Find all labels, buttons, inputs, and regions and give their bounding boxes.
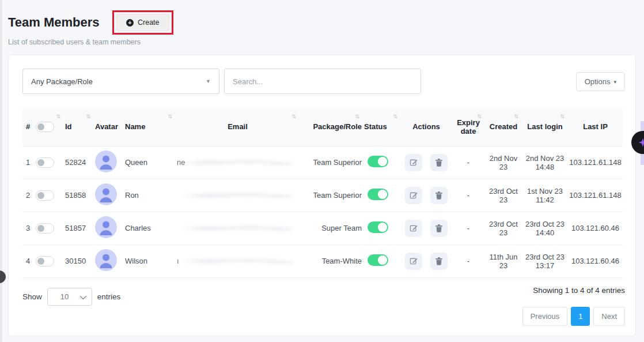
chevron-down-icon	[80, 292, 86, 299]
page-size-select[interactable]: 10	[47, 288, 92, 306]
column-header-email[interactable]: Email ⇅	[176, 108, 300, 146]
row-number: 4	[26, 257, 30, 265]
last-ip: 103.121.61.148	[568, 146, 623, 179]
previous-page-button[interactable]: Previous	[522, 307, 568, 326]
member-package-role: Super Team	[300, 212, 363, 245]
sort-icon[interactable]: ⇅	[291, 114, 296, 119]
avatar	[95, 183, 117, 205]
created-date: 23rd Oct 23	[485, 179, 522, 212]
column-header-last-ip: Last IP	[568, 108, 623, 146]
sort-icon[interactable]: ⇅	[477, 114, 482, 119]
edit-icon	[410, 158, 418, 167]
trash-icon	[435, 224, 443, 232]
sort-icon[interactable]: ⇅	[393, 114, 397, 119]
annotation-red-box: + Create	[112, 10, 173, 35]
members-card: Any Package/Role ▼ Options ▾ # ⇅	[8, 55, 636, 336]
member-email-redacted	[177, 184, 298, 207]
plus-circle-icon: +	[126, 19, 134, 27]
last-login: 2nd Nov 23 14:48	[522, 146, 568, 179]
row-select-toggle[interactable]	[36, 256, 54, 266]
page-size-control: Show 10 entries	[22, 288, 120, 306]
delete-button[interactable]	[430, 220, 448, 237]
sort-icon[interactable]: ⇅	[560, 114, 565, 119]
delete-button[interactable]	[430, 253, 448, 270]
member-email-redacted: ne	[177, 151, 298, 174]
select-caret-icon: ▼	[206, 78, 211, 84]
members-table: # ⇅ Id ⇅ Avatar Name ⇅ Email	[22, 108, 623, 278]
edit-button[interactable]	[405, 187, 422, 204]
package-role-select[interactable]: Any Package/Role ▼	[22, 69, 219, 94]
created-date: 23rd Oct 23	[485, 212, 522, 245]
create-button[interactable]: + Create	[116, 14, 169, 31]
sort-icon[interactable]: ⇅	[168, 114, 172, 119]
page-left-edge-strip	[0, 0, 2, 342]
next-page-button[interactable]: Next	[593, 307, 625, 326]
table-row: 2 51858 Ron Team Superior	[22, 179, 623, 212]
edit-button[interactable]	[405, 220, 422, 237]
column-header-avatar: Avatar	[94, 108, 124, 146]
column-header-num[interactable]: # ⇅	[22, 108, 64, 146]
search-input[interactable]	[224, 69, 421, 94]
last-ip: 103.121.60.46	[568, 245, 623, 277]
status-toggle[interactable]	[368, 221, 388, 233]
row-number: 3	[26, 224, 30, 232]
edit-icon	[410, 224, 418, 232]
trash-icon	[435, 191, 443, 200]
column-header-actions: Actions	[401, 108, 452, 146]
sort-icon[interactable]: ⇅	[514, 114, 518, 119]
trash-icon	[435, 158, 443, 167]
select-all-toggle[interactable]	[36, 122, 54, 132]
column-header-last-login[interactable]: Last login ⇅	[522, 108, 568, 146]
member-id: 51858	[64, 179, 94, 212]
member-id: 30150	[64, 245, 94, 277]
pagination: Previous 1 Next	[522, 307, 625, 326]
table-row: 4 30150 Wilson ı Team-White	[22, 245, 623, 277]
status-toggle[interactable]	[368, 254, 388, 266]
last-login: 23rd Oct 23 13:17	[522, 245, 568, 277]
row-select-toggle[interactable]	[36, 157, 54, 168]
page-size-value: 10	[60, 292, 69, 301]
showing-entries-text: Showing 1 to 4 of 4 entries	[533, 286, 625, 295]
person-icon	[95, 151, 117, 172]
column-header-created[interactable]: Created ⇅	[485, 108, 522, 146]
email-fragment: ı	[177, 257, 179, 265]
member-package-role: Team-White	[300, 245, 363, 277]
table-row: 1 52824 Queen ne Team Superior	[22, 146, 623, 179]
expiry-date: -	[452, 146, 485, 179]
column-header-id[interactable]: Id ⇅	[64, 108, 94, 146]
member-name: Queen	[124, 146, 176, 179]
delete-button[interactable]	[430, 187, 448, 204]
member-name: Ron	[124, 179, 176, 212]
avatar	[95, 151, 117, 172]
sort-icon[interactable]: ⇅	[86, 114, 90, 119]
entries-label: entries	[97, 292, 121, 301]
person-icon	[95, 183, 117, 205]
redaction-smudge	[181, 224, 294, 233]
row-select-toggle[interactable]	[36, 223, 54, 234]
column-header-name[interactable]: Name ⇅	[124, 108, 176, 146]
member-package-role: Team Superior	[300, 179, 363, 212]
page-1-button[interactable]: 1	[571, 307, 590, 326]
status-toggle[interactable]	[368, 156, 388, 167]
sort-icon[interactable]: ⇅	[355, 114, 359, 119]
column-header-package-role[interactable]: Package/Role ⇅	[300, 108, 363, 146]
left-edge-widget[interactable]	[0, 270, 6, 283]
row-select-toggle[interactable]	[36, 190, 54, 201]
last-ip: 103.121.60.46	[568, 212, 623, 245]
sort-icon[interactable]: ⇅	[56, 114, 60, 119]
package-role-selected-value: Any Package/Role	[31, 77, 93, 86]
edit-button[interactable]	[405, 154, 422, 171]
column-header-status[interactable]: Status ⇅	[363, 108, 401, 146]
created-date: 11th Jun 23	[485, 245, 522, 277]
member-email-redacted: ı	[177, 250, 298, 273]
member-id: 51857	[64, 212, 94, 245]
redaction-smudge	[181, 191, 294, 200]
status-toggle[interactable]	[368, 189, 388, 200]
delete-button[interactable]	[430, 154, 448, 171]
edit-button[interactable]	[405, 253, 422, 270]
column-header-expiry-date[interactable]: Expiry date ⇅	[452, 108, 485, 146]
sparkle-icon	[637, 137, 644, 148]
person-icon	[95, 249, 117, 271]
trash-icon	[435, 257, 443, 265]
options-button[interactable]: Options ▾	[576, 72, 625, 91]
